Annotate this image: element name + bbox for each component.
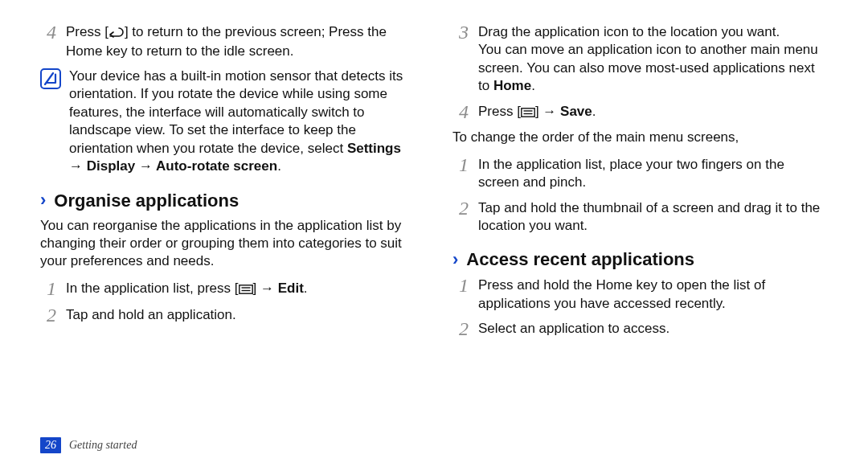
- back-key-icon: [108, 25, 125, 43]
- chevron-icon: ›: [452, 251, 458, 268]
- text: .: [592, 104, 596, 119]
- menu-key-icon: [239, 281, 253, 299]
- step-number: 4: [40, 23, 56, 61]
- access-step-2: 2 Select an application to access.: [452, 319, 828, 339]
- menu-key-icon: [521, 104, 535, 122]
- note-icon: [40, 68, 61, 89]
- save-label: Save: [560, 104, 592, 119]
- step-number: 4: [452, 102, 469, 122]
- step-number: 2: [40, 305, 56, 326]
- right-column: 3 Drag the application icon to the locat…: [452, 23, 828, 471]
- step-body: Press and hold the Home key to open the …: [478, 276, 828, 313]
- step-body: Drag the application icon to the locatio…: [478, 23, 828, 96]
- step-number: 1: [452, 155, 469, 192]
- heading-access-recent: › Access recent applications: [452, 248, 828, 271]
- step-4-back: 4 Press [ ] to return to the previous sc…: [40, 23, 416, 61]
- note-motion-sensor: Your device has a built-in motion sensor…: [40, 68, 416, 176]
- svg-rect-0: [239, 285, 252, 293]
- step-body: Press [ ] → Save.: [478, 102, 828, 122]
- step-number: 3: [452, 23, 469, 96]
- access-step-1: 1 Press and hold the Home key to open th…: [452, 276, 828, 313]
- text: Press [: [478, 104, 521, 119]
- organise-intro: You can reorganise the applications in t…: [40, 217, 416, 271]
- left-column: 4 Press [ ] to return to the previous sc…: [40, 23, 416, 471]
- section-label: Getting started: [69, 438, 137, 453]
- text: .: [304, 281, 308, 296]
- step-body: Tap and hold the thumbnail of a screen a…: [478, 199, 828, 236]
- text: .: [531, 78, 535, 93]
- page-footer: 26 Getting started: [40, 437, 137, 453]
- save-step-4: 4 Press [ ] → Save.: [452, 102, 828, 122]
- heading-text: Access recent applications: [466, 248, 694, 271]
- drag-step-3: 3 Drag the application icon to the locat…: [452, 23, 828, 96]
- note-body: Your device has a built-in motion sensor…: [69, 68, 416, 176]
- step-number: 1: [452, 276, 469, 313]
- home-label: Home: [493, 78, 531, 93]
- step-number: 1: [40, 279, 56, 299]
- heading-organise: › Organise applications: [40, 189, 416, 212]
- step-body: In the application list, place your two …: [478, 155, 828, 192]
- svg-rect-3: [522, 109, 534, 117]
- step-body: Tap and hold an application.: [66, 305, 416, 326]
- step-body: Press [ ] to return to the previous scre…: [66, 23, 416, 61]
- edit-label: Edit: [278, 281, 304, 296]
- step-number: 2: [452, 199, 469, 236]
- change-order-step-1: 1 In the application list, place your tw…: [452, 155, 828, 192]
- step-number: 2: [452, 319, 469, 339]
- text: .: [277, 158, 281, 174]
- manual-page: 4 Press [ ] to return to the previous sc…: [0, 0, 868, 471]
- text: In the application list, press [: [66, 281, 239, 296]
- change-order-step-2: 2 Tap and hold the thumbnail of a screen…: [452, 199, 828, 236]
- heading-text: Organise applications: [54, 189, 239, 212]
- step-body: Select an application to access.: [478, 319, 828, 339]
- page-number: 26: [40, 437, 61, 453]
- step-body: In the application list, press [ ] → Edi…: [66, 279, 416, 299]
- chevron-icon: ›: [40, 191, 46, 209]
- organise-step-2: 2 Tap and hold an application.: [40, 305, 416, 326]
- text: ] →: [253, 281, 278, 296]
- change-order-intro: To change the order of the main menu scr…: [452, 129, 828, 146]
- text: ] →: [535, 104, 560, 119]
- organise-step-1: 1 In the application list, press [ ] → E…: [40, 279, 416, 299]
- text: Press [: [66, 24, 108, 39]
- text: Drag the application icon to the locatio…: [478, 23, 828, 41]
